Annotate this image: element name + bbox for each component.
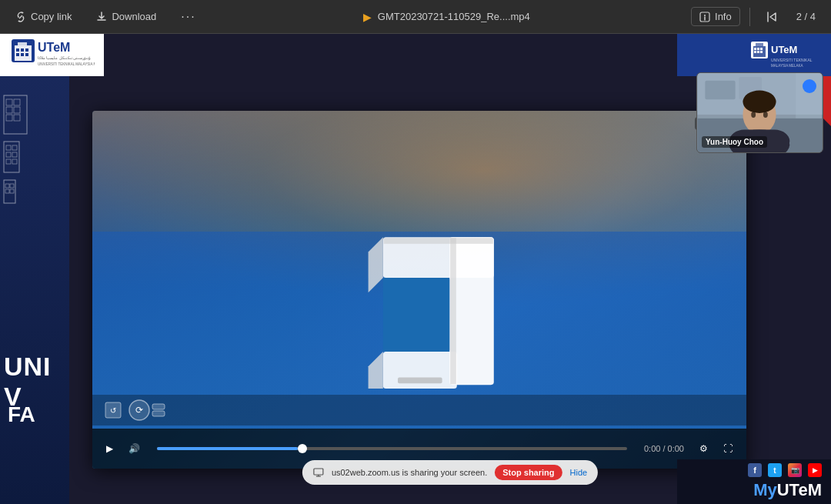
video-lower-controls[interactable]: ↺ ⟳ <box>92 395 746 426</box>
svg-marker-51 <box>369 352 383 389</box>
svg-rect-10 <box>21 53 24 56</box>
svg-rect-53 <box>450 238 456 384</box>
filename-label: GMT20230721-110529_Re....mp4 <box>378 11 530 22</box>
svg-rect-9 <box>16 53 19 56</box>
volume-button[interactable]: 🔊 <box>124 440 145 457</box>
svg-rect-32 <box>10 184 14 188</box>
svg-point-72 <box>751 112 756 118</box>
svg-text:UTeM: UTeM <box>771 44 797 55</box>
svg-rect-34 <box>10 189 14 193</box>
progress-handle[interactable] <box>298 444 307 453</box>
svg-text:ﯘﻧﯩﯟﺭﺳﯩﺘﻰ ﺗﯩﻜﻨﯩﻜﻞ ﻣﻠﯿﺴﯿﺎ ﻣﻼﻛﺎ: ﯘﻧﯩﯟﺭﺳﯩﺘﻰ ﺗﯩﻜﻨﯩﻜﻞ ﻣﻠﯿﺴﯿﺎ ﻣﻼﻛﺎ <box>38 55 91 61</box>
svg-rect-11 <box>25 53 28 56</box>
stop-sharing-button[interactable]: Stop sharing <box>495 465 562 480</box>
info-button[interactable]: Info <box>691 7 740 26</box>
svg-text:UTeM: UTeM <box>38 41 70 54</box>
svg-rect-19 <box>6 107 12 113</box>
toolbar-right: Info 2 / 4 <box>691 7 822 26</box>
svg-rect-18 <box>14 99 20 105</box>
svg-text:⟳: ⟳ <box>135 405 143 416</box>
download-icon <box>96 12 107 22</box>
utem-text: UTeM <box>777 480 822 499</box>
hide-button[interactable]: Hide <box>570 468 588 477</box>
copy-link-button[interactable]: Copy link <box>9 8 78 25</box>
svg-rect-60 <box>152 404 165 409</box>
slide-left-panel: UTeM ﯘﻧﯩﯟﺭﺳﯩﺘﻰ ﺗﯩﻜﻨﯩﻜﻞ ﻣﻠﯿﺴﯿﺎ ﻣﻼﻛﺎ UNIVE… <box>0 34 69 504</box>
svg-rect-43 <box>756 43 763 46</box>
screen-share-notification: us02web.zoom.us is sharing your screen. … <box>302 460 598 485</box>
svg-point-71 <box>743 91 776 113</box>
screen-share-message: us02web.zoom.us is sharing your screen. <box>332 468 487 477</box>
file-video-icon: ▶ <box>363 11 372 23</box>
svg-rect-17 <box>6 99 12 105</box>
svg-rect-29 <box>12 159 17 164</box>
svg-rect-6 <box>16 48 19 52</box>
my-text: My <box>753 480 777 499</box>
play-button[interactable]: ▶ <box>102 440 118 457</box>
svg-rect-54 <box>384 238 493 244</box>
svg-rect-38 <box>757 48 759 50</box>
utem-logo-area: UTeM ﯘﻧﯩﯟﺭﺳﯩﺘﻰ ﺗﯩﻜﻨﯩﻜﻞ ﻣﻠﯿﺴﯿﺎ ﻣﻼﻛﺎ UNIVE… <box>0 34 104 76</box>
svg-line-0 <box>19 15 22 18</box>
svg-text:UNIVERSITI TEKNIKAL: UNIVERSITI TEKNIKAL <box>771 58 813 62</box>
svg-text:MALAYSIA MELAKA: MALAYSIA MELAKA <box>771 64 803 68</box>
twitter-icon: t <box>768 463 782 477</box>
svg-rect-21 <box>6 115 12 121</box>
svg-rect-62 <box>314 469 323 475</box>
myutem-branding: MyUTeM <box>753 480 822 500</box>
toolbar-left: Copy link Download ··· <box>9 7 202 27</box>
svg-rect-37 <box>754 48 756 50</box>
info-icon <box>699 12 710 22</box>
svg-rect-24 <box>6 145 11 150</box>
fa-text: FA <box>8 402 35 427</box>
download-button[interactable]: Download <box>90 8 162 25</box>
slide-utem-logo: UTeM UNIVERSITI TEKNIKAL MALAYSIA MELAKA <box>750 41 819 70</box>
time-display: 0:00 / 0:00 <box>639 441 689 456</box>
3d-bracket-object <box>358 222 512 407</box>
prev-icon <box>766 11 778 23</box>
svg-rect-42 <box>760 51 763 53</box>
prev-button[interactable] <box>759 8 784 26</box>
instagram-icon: 📷 <box>788 463 802 477</box>
progress-fill <box>157 447 298 450</box>
active-indicator <box>803 79 816 93</box>
svg-rect-68 <box>705 81 735 100</box>
toolbar-center: ▶ GMT20230721-110529_Re....mp4 <box>202 11 691 23</box>
page-counter: 2 / 4 <box>790 8 822 25</box>
svg-rect-55 <box>398 378 442 384</box>
top-toolbar: Copy link Download ··· ▶ GMT20230721-110… <box>0 0 831 34</box>
facebook-icon: f <box>748 463 762 477</box>
svg-rect-25 <box>12 145 17 150</box>
settings-button[interactable]: ⚙ <box>695 440 713 457</box>
utem-logo: UTeM ﯘﻧﯩﯟﺭﺳﯩﺘﻰ ﺗﯩﻜﻨﯩﻜﻞ ﻣﻠﯿﺴﯿﺎ ﻣﻼﻛﺎ UNIVE… <box>10 38 95 73</box>
video-player[interactable]: ⚙ ⬛ ✏ ≡ ↺ ⟳ <box>92 111 746 469</box>
more-options-button[interactable]: ··· <box>175 7 202 27</box>
svg-rect-8 <box>25 48 28 52</box>
svg-rect-20 <box>14 107 20 113</box>
progress-bar[interactable] <box>157 447 627 450</box>
copy-link-label: Copy link <box>31 11 72 22</box>
fullscreen-button[interactable]: ⛶ <box>719 440 737 457</box>
svg-marker-50 <box>369 237 383 292</box>
info-label: Info <box>715 11 732 22</box>
svg-rect-52 <box>383 278 449 352</box>
screen-share-icon <box>313 467 324 478</box>
download-label: Download <box>112 11 156 22</box>
svg-rect-12 <box>18 42 27 45</box>
svg-rect-22 <box>14 115 20 121</box>
svg-text:UNIVERSITI TEKNIKAL MALAYSIA M: UNIVERSITI TEKNIKAL MALAYSIA MELAKA <box>38 62 95 66</box>
svg-rect-28 <box>6 159 11 164</box>
svg-rect-27 <box>12 152 17 157</box>
slide-header-logo: UTeM UNIVERSITI TEKNIKAL MALAYSIA MELAKA <box>677 34 831 76</box>
svg-rect-39 <box>760 48 763 50</box>
svg-rect-26 <box>6 152 11 157</box>
svg-rect-7 <box>21 48 24 52</box>
svg-rect-33 <box>5 189 9 193</box>
orbit-controls[interactable]: ↺ ⟳ <box>105 399 166 422</box>
participant-name: Yun-Huoy Choo <box>702 136 767 148</box>
main-content: UTeM ﯘﻧﯩﯟﺭﺳﯩﺘﻰ ﺗﯩﻜﻨﯩﻜﻞ ﻣﻠﯿﺴﯿﺎ ﻣﻼﻛﺎ UNIVE… <box>0 34 831 504</box>
svg-rect-40 <box>754 51 756 53</box>
svg-point-73 <box>763 112 768 118</box>
svg-rect-61 <box>152 411 165 416</box>
utem-logo-svg: UTeM ﯘﻧﯩﯟﺭﺳﯩﺘﻰ ﺗﯩﻜﻨﯩﻜﻞ ﻣﻠﯿﺴﯿﺎ ﻣﻼﻛﺎ UNIVE… <box>10 38 95 73</box>
